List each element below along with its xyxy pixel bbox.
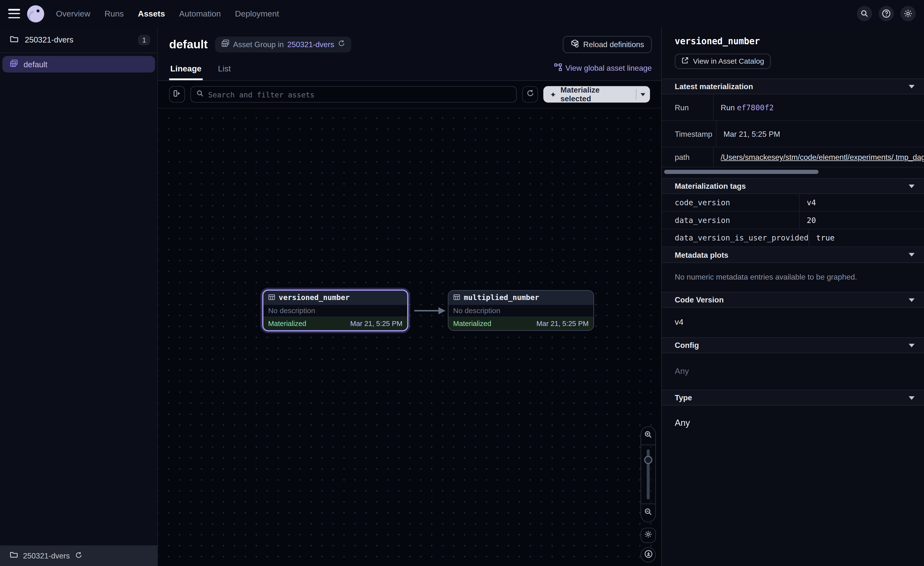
collapse-chevron-icon[interactable] xyxy=(909,396,915,400)
app-root: Overview Runs Assets Automation Deployme… xyxy=(0,0,924,566)
sidebar-item-default[interactable]: default xyxy=(2,56,155,73)
asset-node-description: No description xyxy=(263,304,407,317)
section-type: Type xyxy=(662,390,924,406)
sidebar-footer[interactable]: 250321-dvers xyxy=(0,545,158,566)
lineage-graph-icon xyxy=(554,63,562,73)
path-link[interactable]: /Users/smackesey/stm/code/elementl/exper… xyxy=(721,153,924,161)
nav-item-runs[interactable]: Runs xyxy=(105,9,124,18)
nav-item-automation[interactable]: Automation xyxy=(179,9,221,18)
run-id-link[interactable]: ef7800f2 xyxy=(737,103,774,112)
external-link-icon xyxy=(681,57,689,66)
asset-group-badge[interactable]: Asset Group in 250321-dvers xyxy=(215,36,351,52)
section-heading: Code Version xyxy=(675,295,909,304)
materialize-dropdown-button[interactable] xyxy=(636,86,650,102)
materialized-timestamp: Mar 21, 5:25 PM xyxy=(537,320,589,328)
section-config: Config xyxy=(662,337,924,353)
asset-node-multiplied-number[interactable]: multiplied_number No description Materia… xyxy=(448,290,594,331)
section-heading: Latest materialization xyxy=(675,82,909,90)
search-button[interactable] xyxy=(857,6,872,21)
nav-item-assets[interactable]: Assets xyxy=(138,9,165,18)
section-heading: Metadata plots xyxy=(675,250,909,259)
materialize-split-button: ✦ Materialize selected xyxy=(543,86,650,102)
graph-settings-button[interactable] xyxy=(640,528,656,543)
collapse-chevron-icon[interactable] xyxy=(909,298,915,302)
page-title: default xyxy=(169,38,208,51)
sidebar-group-name: 250321-dvers xyxy=(25,35,138,44)
section-materialization-tags: Materialization tags xyxy=(662,178,924,194)
tab-list[interactable]: List xyxy=(217,59,232,80)
code-version-value: v4 xyxy=(662,308,924,337)
help-icon xyxy=(882,9,891,18)
tag-key: code_version xyxy=(662,194,800,211)
zoom-in-icon xyxy=(644,431,652,441)
reload-definitions-button[interactable]: Reload definitions xyxy=(562,36,652,53)
help-button[interactable] xyxy=(879,6,894,21)
badge-prefix: Asset Group in xyxy=(233,40,284,48)
reload-definitions-label: Reload definitions xyxy=(583,40,644,48)
row-key: Timestamp xyxy=(662,121,716,147)
zoom-in-button[interactable] xyxy=(641,427,655,444)
run-prefix: Run xyxy=(721,103,737,112)
zoom-slider[interactable] xyxy=(641,444,655,504)
scrollbar-thumb[interactable] xyxy=(664,170,819,174)
sidebar-group-row[interactable]: 250321-dvers 1 xyxy=(0,27,158,53)
hamburger-menu-icon[interactable] xyxy=(8,9,20,18)
materialized-status: Materialized xyxy=(268,320,350,328)
refresh-graph-button[interactable] xyxy=(522,86,538,102)
metadata-plots-empty-message: No numeric metadata entries available to… xyxy=(662,263,924,292)
table-row-path: path /Users/smackesey/stm/code/elementl/… xyxy=(662,148,924,168)
tag-value: true xyxy=(809,229,924,246)
zoom-out-icon xyxy=(644,508,652,518)
search-icon xyxy=(196,89,204,100)
panel-asset-title: versioned_number xyxy=(675,36,915,47)
zoom-out-button[interactable] xyxy=(641,504,655,522)
settings-button[interactable] xyxy=(900,6,916,21)
asset-detail-panel: versioned_number View in Asset Catalog L… xyxy=(661,27,924,566)
nav-item-overview[interactable]: Overview xyxy=(56,9,90,18)
top-nav: Overview Runs Assets Automation Deployme… xyxy=(0,0,924,27)
search-input[interactable] xyxy=(208,90,511,99)
type-value: Any xyxy=(662,406,924,438)
collapse-panel-button[interactable] xyxy=(169,86,185,102)
collapse-chevron-icon[interactable] xyxy=(909,84,915,88)
asset-node-versioned-number[interactable]: versioned_number No description Material… xyxy=(262,289,408,331)
view-global-lineage-label: View global asset lineage xyxy=(566,64,652,72)
lineage-canvas[interactable]: versioned_number No description Material… xyxy=(158,108,662,566)
collapse-chevron-icon[interactable] xyxy=(909,343,915,347)
badge-group-link[interactable]: 250321-dvers xyxy=(287,40,334,48)
refresh-icon[interactable] xyxy=(75,551,82,561)
timestamp-value: Mar 21, 5:25 PM xyxy=(716,121,924,147)
tag-row: data_version 20 xyxy=(662,212,924,229)
table-icon xyxy=(268,292,275,303)
materialized-status: Materialized xyxy=(453,320,537,328)
view-global-lineage-link[interactable]: View global asset lineage xyxy=(554,63,652,73)
zoom-controls xyxy=(640,426,656,522)
tab-lineage[interactable]: Lineage xyxy=(169,59,203,80)
tag-value: 20 xyxy=(800,212,924,229)
collapse-chevron-icon[interactable] xyxy=(909,184,915,188)
nav-item-deployment[interactable]: Deployment xyxy=(235,9,279,18)
page-header: default Asset Group in 250321-dvers Relo… xyxy=(158,27,662,81)
view-in-asset-catalog-label: View in Asset Catalog xyxy=(693,57,764,65)
reload-definitions-icon xyxy=(570,39,579,50)
section-latest-materialization: Latest materialization xyxy=(662,78,924,95)
tag-row: data_version_is_user_provided true xyxy=(662,229,924,247)
dagster-logo xyxy=(27,5,44,22)
folder-icon xyxy=(9,34,19,46)
materialize-selected-button[interactable]: ✦ Materialize selected xyxy=(543,86,636,102)
materialized-timestamp: Mar 21, 5:25 PM xyxy=(350,320,402,328)
collapse-chevron-icon[interactable] xyxy=(909,253,915,256)
panel-expand-icon xyxy=(172,89,182,100)
row-key: path xyxy=(662,148,714,167)
refresh-icon[interactable] xyxy=(338,39,345,50)
horizontal-scrollbar xyxy=(664,170,922,174)
section-code-version: Code Version xyxy=(662,292,924,308)
footer-location-name: 250321-dvers xyxy=(23,551,70,560)
zoom-slider-thumb[interactable] xyxy=(644,456,652,464)
download-image-button[interactable] xyxy=(640,547,656,563)
view-in-asset-catalog-button[interactable]: View in Asset Catalog xyxy=(675,54,771,69)
asset-node-name: multiplied_number xyxy=(464,293,539,302)
chevron-down-icon xyxy=(641,93,645,96)
asset-group-icon xyxy=(220,39,230,50)
section-heading: Type xyxy=(675,393,909,402)
